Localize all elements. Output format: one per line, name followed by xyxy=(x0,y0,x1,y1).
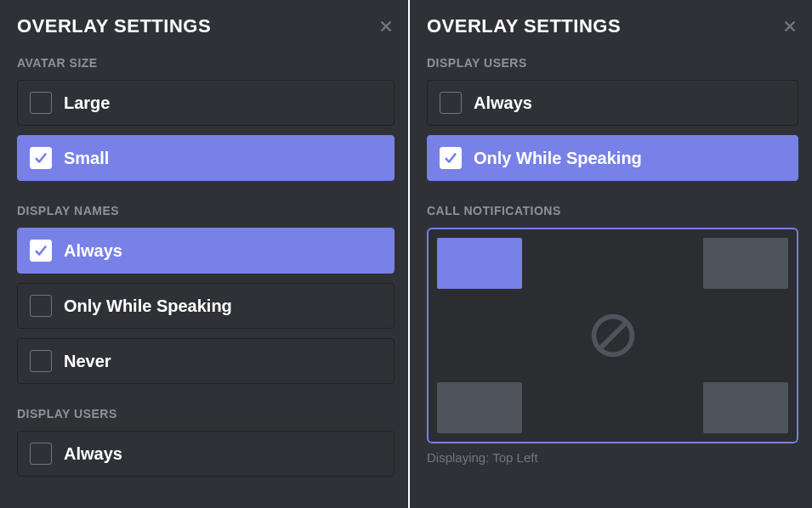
section-label-display-users: DISPLAY USERS xyxy=(427,56,798,70)
option-label: Never xyxy=(64,352,111,371)
option-label: Always xyxy=(474,93,532,113)
checkbox xyxy=(30,92,52,114)
close-icon xyxy=(378,19,394,34)
prohibited-icon xyxy=(522,289,703,382)
checkbox xyxy=(440,147,462,169)
section-label-display-users: DISPLAY USERS xyxy=(17,407,395,421)
option-names-always[interactable]: Always xyxy=(17,228,395,274)
option-label: Large xyxy=(64,93,110,113)
option-label: Always xyxy=(64,444,122,464)
checkbox xyxy=(30,295,52,317)
checkbox xyxy=(30,147,52,169)
option-names-never[interactable]: Never xyxy=(17,338,395,384)
overlay-settings-panel-right: OVERLAY SETTINGS DISPLAY USERS Always On… xyxy=(410,0,812,508)
position-top-right[interactable] xyxy=(703,238,788,289)
panel-title: OVERLAY SETTINGS xyxy=(17,15,211,37)
position-bottom-right[interactable] xyxy=(703,382,788,433)
panel-title: OVERLAY SETTINGS xyxy=(427,15,621,37)
checkbox xyxy=(30,443,52,465)
section-label-avatar-size: AVATAR SIZE xyxy=(17,56,395,70)
checkbox xyxy=(30,350,52,372)
close-button[interactable] xyxy=(378,18,395,35)
svg-line-1 xyxy=(600,323,626,348)
option-label: Small xyxy=(64,149,109,168)
option-users-speaking[interactable]: Only While Speaking xyxy=(427,135,798,181)
option-names-speaking[interactable]: Only While Speaking xyxy=(17,283,395,329)
option-avatar-large[interactable]: Large xyxy=(17,80,395,126)
option-label: Only While Speaking xyxy=(64,296,232,316)
call-notifications-position-picker xyxy=(427,228,798,443)
panel-header: OVERLAY SETTINGS xyxy=(427,15,798,37)
position-top-left[interactable] xyxy=(437,238,522,289)
overlay-settings-panel-left: OVERLAY SETTINGS AVATAR SIZE Large Small… xyxy=(0,0,408,508)
option-users-always-right[interactable]: Always xyxy=(427,80,798,126)
position-bottom-left[interactable] xyxy=(437,382,522,433)
option-label: Only While Speaking xyxy=(474,149,642,168)
close-button[interactable] xyxy=(781,18,798,35)
checkbox xyxy=(30,240,52,262)
panel-header: OVERLAY SETTINGS xyxy=(17,15,395,37)
checkbox xyxy=(440,92,462,114)
section-label-display-names: DISPLAY NAMES xyxy=(17,204,395,217)
option-label: Always xyxy=(64,241,122,261)
section-label-call-notifications: CALL NOTIFICATIONS xyxy=(427,204,798,217)
call-notifications-caption: Displaying: Top Left xyxy=(427,450,798,465)
option-users-always-left[interactable]: Always xyxy=(17,431,395,477)
close-icon xyxy=(782,19,798,34)
option-avatar-small[interactable]: Small xyxy=(17,135,395,181)
